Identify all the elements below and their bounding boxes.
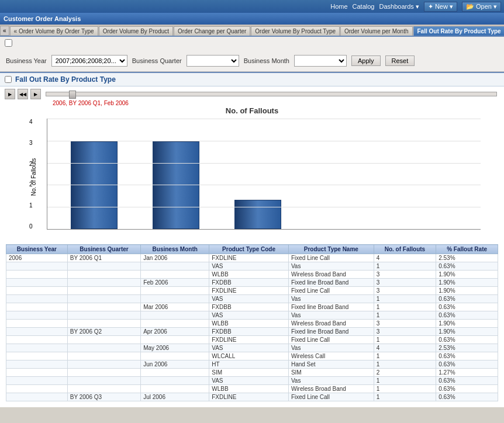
table-cell: Hand Set	[288, 360, 374, 369]
table-cell: VAS	[209, 311, 289, 320]
table-cell	[6, 360, 68, 369]
table-cell	[6, 271, 68, 279]
table-cell	[6, 328, 68, 336]
table-cell: Wireless Broad Band	[288, 271, 374, 279]
table-cell: Vas	[288, 377, 374, 385]
table-cell	[6, 336, 68, 344]
table-cell: 4	[374, 254, 436, 262]
table-cell: 0.63%	[436, 295, 498, 303]
reset-button[interactable]: Reset	[385, 56, 415, 66]
table-cell: 1	[374, 295, 436, 303]
table-cell	[141, 377, 209, 385]
table-cell: FXDLINE	[209, 393, 289, 401]
table-cell: 1	[374, 393, 436, 401]
table-cell: Wireless Broad Band	[288, 385, 374, 393]
tab-scroll-left[interactable]: «	[0, 26, 9, 36]
bar-group-3	[234, 200, 281, 229]
y-label-4: 4	[29, 119, 33, 125]
table-cell	[6, 385, 68, 393]
table-row: BY 2006 Q2Apr 2006FXDBBFixed line Broad …	[6, 328, 498, 336]
table-cell	[141, 336, 209, 344]
table-cell: 1	[374, 385, 436, 393]
table-row: VASVas10.63%	[6, 311, 498, 320]
business-quarter-label: Business Quarter	[132, 57, 182, 64]
table-cell	[67, 385, 140, 393]
table-row: Feb 2006FXDBBFixed line Broad Band31.90%	[6, 279, 498, 287]
tab-order-volume-order-type[interactable]: « Order Volume By Order Type	[10, 26, 98, 36]
table-cell: WLBB	[209, 320, 289, 328]
tab-order-volume-product-type[interactable]: Order Volume By Product Type	[251, 26, 340, 36]
table-cell: Wireless Broad Band	[288, 320, 374, 328]
table-cell	[141, 385, 209, 393]
forward-button[interactable]: ▶	[30, 89, 41, 99]
catalog-link[interactable]: Catalog	[353, 3, 375, 10]
business-year-select[interactable]: 2007;2006;2008;20...	[51, 55, 127, 67]
table-row: VASVas10.63%	[6, 295, 498, 303]
table-cell: 3	[374, 271, 436, 279]
new-button[interactable]: ✦ New ▾	[424, 2, 457, 12]
table-cell: 0.63%	[436, 311, 498, 320]
tab-order-volume-product[interactable]: Order Volume By Product	[99, 26, 173, 36]
col-num-fallouts: No. of Fallouts	[374, 245, 436, 254]
table-header-row: Business Year Business Quarter Business …	[6, 245, 498, 254]
chart-section-toggle[interactable]	[5, 76, 12, 83]
table-row: FXDLINEFixed Line Call10.63%	[6, 336, 498, 344]
table-cell: BY 2006 Q2	[67, 328, 140, 336]
table-cell: 2.53%	[436, 344, 498, 352]
table-cell: 3	[374, 287, 436, 295]
table-row: SIMSIM21.27%	[6, 369, 498, 377]
table-cell: FXDLINE	[209, 254, 289, 262]
table-row: WLBBWireless Broad Band31.90%	[6, 320, 498, 328]
tab-order-change-quarter[interactable]: Order Change per Quarter	[174, 26, 250, 36]
section-toggle-checkbox[interactable]	[5, 39, 12, 47]
table-cell: 0.63%	[436, 393, 498, 401]
table-cell: VAS	[209, 344, 289, 352]
table-cell	[67, 369, 140, 377]
business-month-select[interactable]	[294, 55, 347, 67]
y-label-3a: 3	[29, 140, 33, 146]
table-cell: Jun 2006	[141, 360, 209, 369]
table-row: WLBBWireless Broad Band31.90%	[6, 271, 498, 279]
data-table: Business Year Business Quarter Business …	[6, 244, 498, 401]
table-row: WLCALLWireless Call10.63%	[6, 352, 498, 360]
play-button[interactable]: ▶	[5, 89, 15, 99]
table-cell: 2006	[6, 254, 68, 262]
tab-fall-out-rate[interactable]: Fall Out Rate By Product Type	[413, 26, 504, 36]
table-cell: Jul 2006	[141, 393, 209, 401]
slider-track[interactable]	[46, 92, 497, 96]
table-cell	[6, 287, 68, 295]
table-cell: Fixed line Broad Band	[288, 328, 374, 336]
table-cell: 2	[374, 369, 436, 377]
slider-thumb[interactable]	[69, 91, 76, 99]
table-cell: SIM	[209, 369, 289, 377]
tab-order-volume-month[interactable]: Order Volume per Month	[340, 26, 413, 36]
table-cell: 1.27%	[436, 369, 498, 377]
business-quarter-select[interactable]	[187, 55, 239, 67]
table-cell: WLCALL	[209, 352, 289, 360]
table-cell	[6, 295, 68, 303]
table-cell: Fixed Line Call	[288, 254, 374, 262]
table-cell: HT	[209, 360, 289, 369]
table-cell: 3	[374, 279, 436, 287]
table-cell: 1.90%	[436, 287, 498, 295]
table-cell	[6, 369, 68, 377]
table-cell: VAS	[209, 262, 289, 271]
y-label-2a: 2	[29, 161, 33, 167]
col-product-type-code: Product Type Code	[209, 245, 289, 254]
filter-row: Business Year 2007;2006;2008;20... Busin…	[6, 55, 498, 67]
table-cell: 0.63%	[436, 262, 498, 271]
dashboards-link[interactable]: Dashboards ▾	[379, 3, 419, 11]
col-business-year: Business Year	[6, 245, 68, 254]
bars-container	[47, 119, 481, 229]
table-row: Mar 2006FXDBBFixed line Broad Band10.63%	[6, 303, 498, 311]
open-button[interactable]: 📂 Open ▾	[462, 2, 501, 12]
table-cell: 0.63%	[436, 336, 498, 344]
table-row: VASVas10.63%	[6, 262, 498, 271]
table-row: FXDLINEFixed Line Call31.90%	[6, 287, 498, 295]
table-cell: Vas	[288, 311, 374, 320]
back-button[interactable]: ◀◀	[18, 89, 28, 99]
table-cell	[67, 262, 140, 271]
home-link[interactable]: Home	[330, 3, 347, 10]
apply-button[interactable]: Apply	[351, 56, 381, 66]
table-cell: 3	[374, 320, 436, 328]
